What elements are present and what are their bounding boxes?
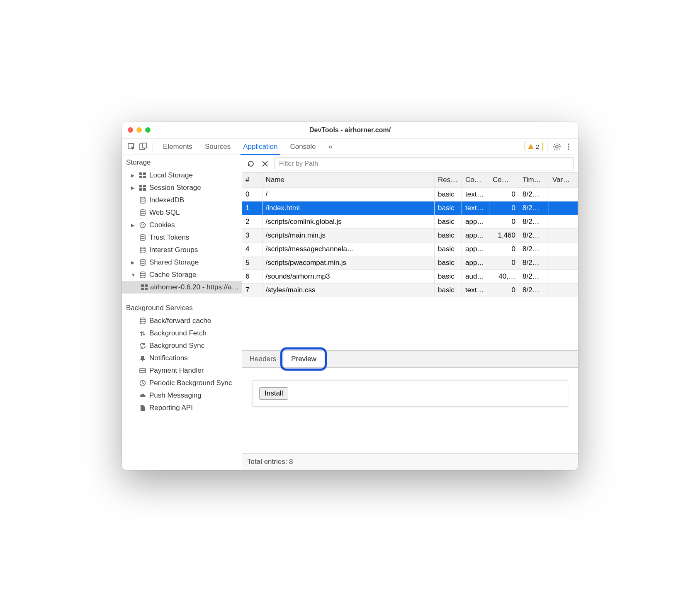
table-row[interactable]: 4/scripts/messagechannela…basicapp…08/2… (242, 242, 578, 256)
sidebar-item[interactable]: Notifications (122, 352, 242, 364)
sidebar-item[interactable]: IndexedDB (122, 194, 242, 206)
chevron-icon: ▶ (131, 260, 136, 265)
table-row[interactable]: 7/styles/main.cssbasictext…08/2… (242, 283, 578, 297)
sidebar-item-label: airhorner-0.6.20 - https://airhorner.com (150, 283, 240, 291)
sidebar-item[interactable]: Push Messaging (122, 389, 242, 402)
cell: aud… (462, 269, 489, 283)
inspect-icon[interactable] (126, 141, 137, 152)
sidebar-item-label: Cache Storage (149, 271, 196, 279)
grid-icon (141, 284, 148, 291)
db-icon (139, 259, 147, 266)
detail-tab-preview[interactable]: Preview (284, 351, 323, 367)
column-header[interactable]: Co… (489, 172, 519, 187)
column-header[interactable]: Co… (462, 172, 489, 187)
sidebar-item[interactable]: ▶Session Storage (122, 182, 242, 194)
sidebar-item[interactable]: Trust Tokens (122, 231, 242, 244)
cell: 8/2… (519, 201, 549, 215)
cell: 0 (242, 187, 262, 201)
sidebar-item[interactable]: Background Sync (122, 340, 242, 352)
cell: 8/2… (519, 228, 549, 242)
cell: 8/2… (519, 242, 549, 256)
cell (549, 269, 578, 283)
refresh-icon[interactable] (246, 159, 255, 168)
device-toggle-icon[interactable] (138, 141, 148, 152)
install-button[interactable]: Install (259, 387, 288, 400)
column-header[interactable]: Var… (549, 172, 578, 187)
chevron-icon: ▼ (131, 272, 136, 277)
card-icon (139, 367, 147, 374)
tab-more[interactable]: » (323, 138, 338, 155)
table-row[interactable]: 0/basictext…08/2… (242, 187, 578, 201)
svg-point-30 (140, 318, 145, 320)
table-row[interactable]: 6/sounds/airhorn.mp3basicaud…40,…8/2… (242, 269, 578, 283)
status-footer: Total entries: 8 (242, 453, 578, 470)
cell: app… (462, 242, 489, 256)
cell: basic (435, 228, 462, 242)
column-header[interactable]: Res… (435, 172, 462, 187)
sidebar-section-bg: Background Services (122, 301, 242, 315)
warnings-badge[interactable]: 2 (525, 142, 543, 151)
traffic-lights (128, 127, 151, 133)
cell (549, 256, 578, 269)
gear-icon[interactable] (552, 141, 562, 152)
svg-rect-10 (143, 176, 146, 178)
grid-icon (139, 172, 147, 179)
table-row[interactable]: 2/scripts/comlink.global.jsbasicapp…08/2… (242, 215, 578, 228)
svg-point-31 (142, 360, 143, 362)
sidebar-item-label: Trust Tokens (149, 233, 189, 242)
tab-sources[interactable]: Sources (199, 138, 236, 155)
table-row[interactable]: 1/index.htmlbasictext…08/2… (242, 201, 578, 215)
sync-icon (139, 342, 147, 349)
sidebar-section-storage: Storage (122, 155, 242, 169)
svg-point-3 (556, 146, 558, 148)
cell: / (262, 187, 435, 201)
sidebar-item[interactable]: ▶Shared Storage (122, 256, 242, 269)
cell: /scripts/comlink.global.js (262, 215, 435, 228)
tab-console[interactable]: Console (284, 138, 321, 155)
tab-elements[interactable]: Elements (157, 138, 198, 155)
svg-point-4 (568, 143, 569, 145)
table-row[interactable]: 5/scripts/pwacompat.min.jsbasicapp…08/2… (242, 256, 578, 269)
svg-point-5 (568, 146, 569, 148)
chevron-icon: ▶ (131, 185, 136, 191)
cell: 7 (242, 283, 262, 297)
cookie-icon (139, 221, 147, 229)
sidebar-item[interactable]: ▶Local Storage (122, 169, 242, 182)
sidebar-item[interactable]: Periodic Background Sync (122, 377, 242, 389)
svg-point-21 (143, 226, 144, 227)
svg-rect-14 (143, 188, 146, 191)
sidebar-item-label: Notifications (149, 354, 188, 362)
filter-bar (242, 155, 578, 172)
devtools-window: DevTools - airhorner.com/ Elements Sourc… (122, 122, 578, 470)
sidebar-item[interactable]: Interest Groups (122, 244, 242, 256)
cell: basic (435, 201, 462, 215)
tab-application[interactable]: Application (237, 138, 283, 155)
detail-tab-headers[interactable]: Headers (242, 351, 284, 367)
close-icon[interactable] (260, 159, 270, 168)
sidebar-item[interactable]: ▼Cache Storage (122, 269, 242, 281)
minimize-icon[interactable] (136, 127, 142, 133)
sidebar-item[interactable]: Back/forward cache (122, 315, 242, 327)
sidebar-item[interactable]: Web SQL (122, 206, 242, 219)
sidebar-item-label: Shared Storage (149, 258, 199, 267)
sidebar-item[interactable]: Reporting API (122, 402, 242, 414)
sidebar-item-cache-entry[interactable]: airhorner-0.6.20 - https://airhorner.com (122, 281, 242, 294)
sidebar-item[interactable]: ▶Cookies (122, 219, 242, 231)
svg-rect-27 (145, 284, 148, 287)
filter-input[interactable] (275, 157, 574, 170)
sidebar-item[interactable]: Payment Handler (122, 364, 242, 377)
cell: 8/2… (519, 215, 549, 228)
sidebar-item[interactable]: Background Fetch (122, 327, 242, 340)
table-row[interactable]: 3/scripts/main.min.jsbasicapp…1,4608/2… (242, 228, 578, 242)
close-icon[interactable] (128, 127, 133, 133)
svg-rect-26 (141, 284, 144, 287)
updown-icon (139, 330, 147, 337)
column-header[interactable]: # (242, 172, 262, 187)
column-header[interactable]: Tim… (519, 172, 549, 187)
zoom-icon[interactable] (145, 127, 151, 133)
cell: 40,… (489, 269, 519, 283)
kebab-icon[interactable] (563, 141, 574, 152)
db-icon (139, 197, 147, 204)
column-header[interactable]: Name (262, 172, 435, 187)
cell: basic (435, 269, 462, 283)
